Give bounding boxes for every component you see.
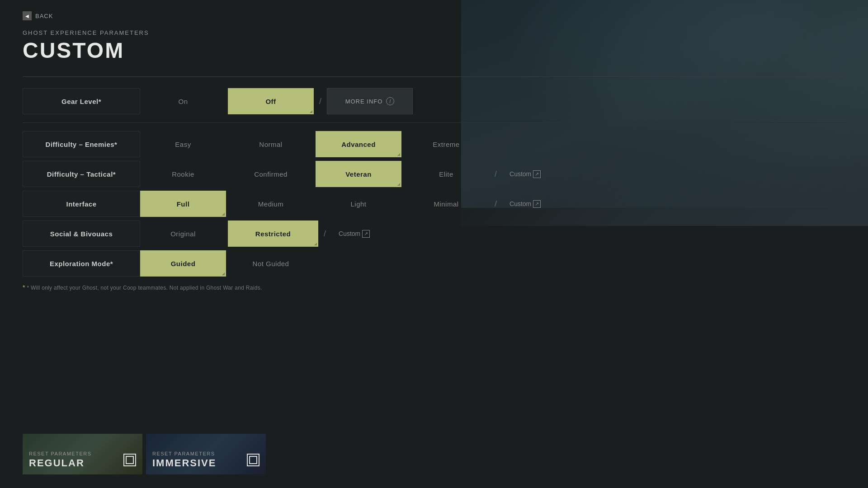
reset-regular-card[interactable]: RESET PARAMETERS REGULAR [23,434,142,474]
difficulty-enemies-extreme[interactable]: Extreme [403,131,489,157]
difficulty-tactical-custom[interactable]: Custom ↗ [502,170,548,178]
difficulty-tactical-separator: / [491,169,500,179]
header-divider [23,76,845,77]
reset-immersive-card[interactable]: RESET PARAMETERS IMMERSIVE [146,434,266,474]
external-link-icon: ↗ [533,170,541,178]
reset-regular-icon [123,454,136,466]
footnote-asterisk: * [23,284,25,291]
social-bivouacs-original[interactable]: Original [140,221,226,247]
difficulty-tactical-row: Difficulty – Tactical* Rookie Confirmed … [23,161,845,187]
social-bivouacs-separator: / [320,229,330,239]
footnote: * * Will only affect your Ghost, not you… [23,284,845,291]
exploration-mode-not-guided[interactable]: Not Guided [228,250,314,277]
social-bivouacs-label: Social & Bivouacs [23,221,140,247]
interface-options: Full Medium Light Minimal / Custom ↗ [140,191,845,217]
footnote-text: * Will only affect your Ghost, not your … [27,285,262,291]
reset-immersive-icon [247,454,259,466]
difficulty-enemies-easy[interactable]: Easy [140,131,226,157]
difficulty-enemies-normal[interactable]: Normal [228,131,314,157]
external-link-icon-3: ↗ [362,230,370,238]
reset-immersive-name: IMMERSIVE [152,457,216,469]
reset-regular-label: RESET PARAMETERS [29,451,92,456]
difficulty-enemies-label: Difficulty – Enemies* [23,131,140,157]
back-label: BACK [35,13,53,19]
difficulty-tactical-elite[interactable]: Elite [403,161,489,187]
back-icon: ◀ [23,11,32,20]
social-bivouacs-custom[interactable]: Custom ↗ [331,230,377,238]
reset-cards: RESET PARAMETERS REGULAR RESET PARAMETER… [23,434,266,474]
reset-regular-content: RESET PARAMETERS REGULAR [29,451,92,469]
interface-full[interactable]: Full [140,191,226,217]
interface-separator: / [491,199,500,209]
gear-divider [23,122,845,123]
exploration-mode-options: Guided Not Guided [140,250,845,277]
exploration-mode-label: Exploration Mode* [23,250,140,277]
difficulty-tactical-confirmed[interactable]: Confirmed [228,161,314,187]
interface-light[interactable]: Light [316,191,401,217]
exploration-mode-guided[interactable]: Guided [140,250,226,277]
page-subtitle: GHOST EXPERIENCE PARAMETERS [23,29,845,36]
interface-minimal[interactable]: Minimal [403,191,489,217]
exploration-mode-row: Exploration Mode* Guided Not Guided [23,250,845,277]
page-title: CUSTOM [23,38,845,63]
difficulty-enemies-row: Difficulty – Enemies* Easy Normal Advanc… [23,131,845,157]
interface-label: Interface [23,191,140,217]
interface-row: Interface Full Medium Light Minimal / Cu… [23,191,845,217]
social-bivouacs-row: Social & Bivouacs Original Restricted / … [23,221,845,247]
gear-level-label: Gear Level* [23,88,140,114]
social-bivouacs-restricted[interactable]: Restricted [228,221,318,247]
gear-level-separator: / [316,97,325,106]
difficulty-tactical-rookie[interactable]: Rookie [140,161,226,187]
interface-medium[interactable]: Medium [228,191,314,217]
difficulty-enemies-advanced[interactable]: Advanced [316,131,401,157]
reset-immersive-label: RESET PARAMETERS [152,451,216,456]
difficulty-tactical-options: Rookie Confirmed Veteran Elite / Custom … [140,161,845,187]
back-button[interactable]: ◀ BACK [23,11,845,20]
more-info-button[interactable]: MORE INFO i [327,88,413,114]
gear-level-options: On Off / MORE INFO i [140,88,845,114]
gear-level-off[interactable]: Off [228,88,314,114]
info-icon: i [386,97,394,105]
settings-container: Gear Level* On Off / MORE INFO i Difficu… [23,88,845,277]
interface-custom[interactable]: Custom ↗ [502,200,548,208]
reset-immersive-content: RESET PARAMETERS IMMERSIVE [152,451,216,469]
difficulty-tactical-label: Difficulty – Tactical* [23,161,140,187]
difficulty-tactical-veteran[interactable]: Veteran [316,161,401,187]
social-bivouacs-options: Original Restricted / Custom ↗ [140,221,845,247]
reset-regular-name: REGULAR [29,457,92,469]
difficulty-enemies-options: Easy Normal Advanced Extreme [140,131,845,157]
gear-level-on[interactable]: On [140,88,226,114]
gear-level-row: Gear Level* On Off / MORE INFO i [23,88,845,114]
external-link-icon-2: ↗ [533,200,541,208]
